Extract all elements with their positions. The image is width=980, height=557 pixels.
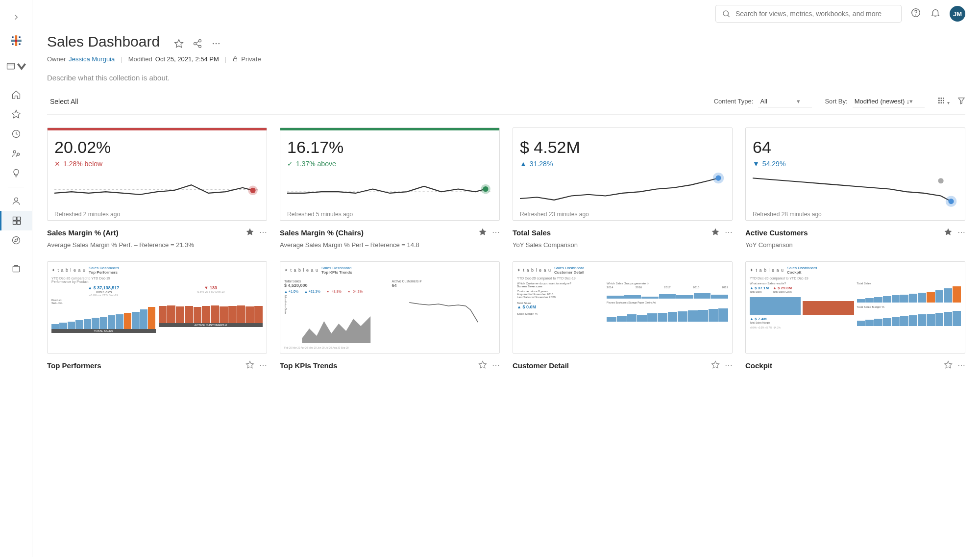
nav-recents[interactable] [0,124,32,144]
svg-point-23 [723,11,729,16]
nav-external[interactable] [0,259,32,278]
svg-point-53 [483,186,488,192]
modified-label: Modified [128,55,152,63]
sparkline [287,172,492,208]
nav-explore[interactable] [0,230,32,250]
nav-collections[interactable] [0,211,32,230]
search-box[interactable] [715,5,902,23]
card-subtitle: Average Sales Margin % Perf – Reference … [280,241,500,249]
card-title[interactable]: Top KPIs Trends [280,361,337,370]
notifications-icon[interactable] [930,7,941,20]
refresh-time: Refreshed 23 minutes ago [520,211,725,218]
view-card: ✦ t a b l e a uSales DashboardTop KPIs T… [280,261,500,371]
svg-rect-4 [15,40,17,42]
svg-marker-27 [174,39,183,47]
view-thumbnail[interactable]: ✦ t a b l e a uSales DashboardTop Perfor… [47,261,267,354]
card-more-icon[interactable]: ⋯ [259,228,267,238]
card-more-icon[interactable]: ⋯ [957,228,965,238]
thumb-logo: ✦ t a b l e a u [750,268,784,273]
main-area: JM Sales Dashboard Owner Jessica Murguia… [32,0,980,557]
card-more-icon[interactable]: ⋯ [259,360,267,371]
nav-home[interactable] [0,85,32,104]
star-icon[interactable] [245,228,254,238]
metric-change: ✕1.28% below [54,160,260,168]
star-icon[interactable] [944,228,953,238]
card-more-icon[interactable]: ⋯ [725,228,733,238]
svg-point-56 [715,175,721,180]
card-more-icon[interactable]: ⋯ [492,228,500,238]
card-title[interactable]: Total Sales [513,228,551,237]
svg-rect-5 [12,36,13,38]
view-thumbnail[interactable]: ✦ t a b l e a uSales DashboardCustomer D… [513,261,733,354]
metric-tile[interactable]: 16.17% ✓1.37% above Refreshed 5 minutes … [280,127,500,221]
card-title[interactable]: Top Performers [47,361,101,370]
thumb-logo: ✦ t a b l e a u [517,268,551,273]
star-icon[interactable] [478,360,487,371]
star-icon[interactable] [478,228,487,238]
svg-rect-37 [938,98,940,99]
nav-projects-icon[interactable] [0,56,32,76]
svg-rect-22 [13,266,19,272]
content-type-label: Content Type: [714,98,754,105]
star-icon[interactable] [944,360,953,371]
nav-recommendations[interactable] [0,163,32,183]
svg-marker-57 [712,228,719,235]
topbar: JM [32,0,980,27]
svg-marker-65 [945,361,952,368]
user-avatar[interactable]: JM [950,6,965,22]
sparkline [753,172,958,208]
metric-tile[interactable]: 64 ▼54.29% Refreshed 28 minutes ago [745,127,965,221]
svg-rect-43 [938,102,940,104]
svg-marker-64 [712,361,719,368]
search-input[interactable] [735,10,895,18]
star-icon[interactable] [711,228,720,238]
filter-button[interactable] [957,97,965,106]
svg-line-24 [728,15,729,17]
card-title[interactable]: Customer Detail [513,361,569,370]
metric-value: 64 [753,138,958,157]
modified-value: Oct 25, 2021, 2:54 PM [155,55,219,63]
card-title[interactable]: Sales Margin % (Chairs) [280,228,364,237]
card-more-icon[interactable]: ⋯ [725,360,733,371]
share-button[interactable] [193,39,202,51]
sparkline [520,172,725,208]
metric-tile[interactable]: $ 4.52M ▲31.28% Refreshed 23 minutes ago [513,127,733,221]
more-actions-button[interactable] [211,39,221,51]
view-mode-grid[interactable]: ▾ [937,97,950,106]
status-bar [48,128,267,130]
card-more-icon[interactable]: ⋯ [957,360,965,371]
view-card: ✦ t a b l e a uSales DashboardTop Perfor… [47,261,267,371]
sidebar-expand-button[interactable] [0,7,32,27]
svg-marker-61 [945,228,952,235]
owner-link[interactable]: Jessica Murguia [69,55,115,63]
nav-favorites[interactable] [0,104,32,124]
card-title[interactable]: Sales Margin % (Art) [47,228,119,237]
nav-personal[interactable] [0,191,32,211]
card-more-icon[interactable]: ⋯ [492,360,500,371]
metric-change: ▲31.28% [520,160,725,168]
view-thumbnail[interactable]: ✦ t a b l e a uSales DashboardCockpit YT… [745,261,965,354]
metric-tile[interactable]: 20.02% ✕1.28% below Refreshed 2 minutes … [47,127,267,221]
content-type-filter[interactable]: Content Type: All ▾ [714,96,812,107]
refresh-time: Refreshed 5 minutes ago [287,211,492,218]
view-card: ✦ t a b l e a uSales DashboardCockpit YT… [745,261,965,371]
description-placeholder[interactable]: Describe what this collection is about. [47,74,965,82]
svg-rect-36 [234,59,237,61]
star-icon[interactable] [245,360,254,371]
help-icon[interactable] [910,7,921,20]
refresh-time: Refreshed 28 minutes ago [753,211,958,218]
sort-by-control[interactable]: Sort By: Modified (newest) ↓ ▾ [825,96,925,107]
tableau-logo-icon [10,34,23,49]
view-card: ✦ t a b l e a uSales DashboardCustomer D… [513,261,733,371]
svg-marker-62 [246,361,254,368]
svg-marker-63 [479,361,487,368]
svg-rect-0 [15,35,17,40]
view-thumbnail[interactable]: ✦ t a b l e a uSales DashboardTop KPIs T… [280,261,500,354]
card-title[interactable]: Active Customers [745,228,808,237]
nav-shared[interactable] [0,144,32,163]
favorite-button[interactable] [174,39,184,51]
star-icon[interactable] [711,360,720,371]
lock-icon [232,56,238,62]
select-all-button[interactable]: Select All [47,98,78,105]
card-title[interactable]: Cockpit [745,361,772,370]
